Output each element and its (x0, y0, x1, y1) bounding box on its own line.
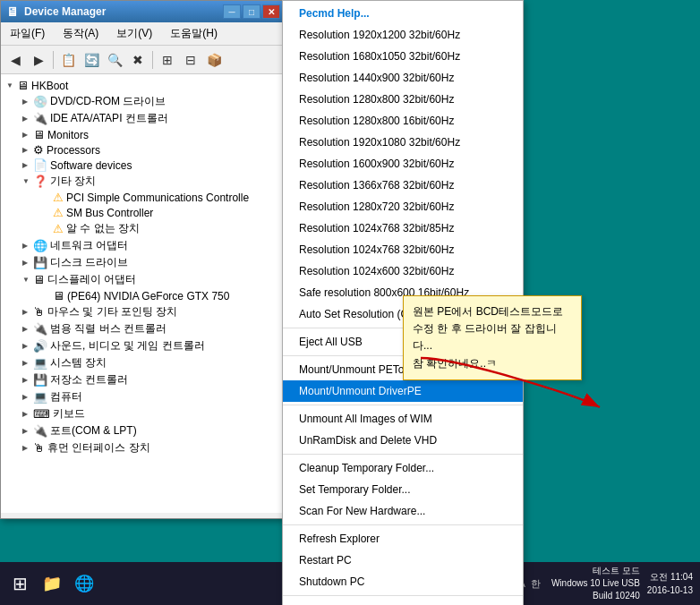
ctx-res-1024x600[interactable]: Resolution 1024x600 32bit/60Hz (283, 260, 523, 282)
menu-help[interactable]: 도움말(H) (165, 24, 223, 43)
toolbar-extra3[interactable]: 📦 (203, 49, 225, 71)
tree-item-other-devices[interactable]: ▼ ❓ 기타 장치 (19, 173, 282, 190)
taskbar-explorer[interactable]: 📁 (37, 572, 67, 595)
toolbar-remove[interactable]: ✖ (127, 49, 149, 71)
tree-item-software-devices[interactable]: ▶ 📄 Software devices (19, 158, 282, 173)
start-button[interactable]: ⊞ (7, 573, 33, 594)
tree-item-smbus[interactable]: ⚠ SM Bus Controller (40, 205, 282, 220)
os-label: Windows 10 Live USB (551, 577, 640, 590)
tree-item-network[interactable]: ▶ 🌐 네트워크 어댑터 (19, 237, 282, 254)
device-manager-window: 🖥 Device Manager ─ □ ✕ 파일(F) 동작(A) 보기(V)… (0, 0, 286, 519)
tree-item-pci[interactable]: ⚠ PCI Simple Communications Controlle (40, 190, 282, 205)
ctx-set-temp[interactable]: Set Temporary Folder... (283, 479, 523, 500)
tree-icon-root: 🖥 (17, 79, 29, 92)
tree-arrow-root: ▼ (6, 81, 17, 89)
ctx-refresh-explorer[interactable]: Refresh Explorer (283, 528, 523, 550)
tree-item-display[interactable]: ▼ 🖥 디스플레이 어댑터 (19, 271, 282, 288)
toolbar-separator-2 (152, 51, 153, 69)
toolbar-update[interactable]: 🔄 (81, 49, 102, 71)
menu-action[interactable]: 동작(A) (57, 24, 104, 43)
ctx-res-1600x900[interactable]: Resolution 1600x900 32bit/60Hz (283, 153, 523, 175)
menu-file[interactable]: 파일(F) (4, 24, 50, 43)
ctx-res-1920x1200[interactable]: Resolution 1920x1200 32bit/60Hz (283, 24, 523, 46)
taskbar-datetime[interactable]: 오전 11:04 2016-10-13 (647, 570, 693, 597)
tree-item-keyboard[interactable]: ▶ ⌨ 키보드 (19, 405, 282, 422)
minimize-button[interactable]: ─ (223, 4, 241, 19)
test-mode-label: 테스트 모드 Windows 10 Live USB Build 10240 (551, 565, 644, 602)
ctx-sep-3 (283, 405, 523, 405)
tree-item-processors[interactable]: ▶ ⚙ Processors (19, 142, 282, 158)
toolbar-properties[interactable]: 📋 (57, 49, 79, 71)
ctx-res-1024x768-85[interactable]: Resolution 1024x768 32bit/85Hz (283, 217, 523, 239)
ctx-pecmd-help[interactable]: Pecmd Help... (283, 3, 523, 24)
tree-item-storage[interactable]: ▶ 💾 저장소 컨트롤러 (19, 371, 282, 388)
ctx-unmount-wim[interactable]: Unmount All Images of WIM (283, 408, 523, 430)
ctx-restart[interactable]: Restart PC (283, 550, 523, 571)
tree-root[interactable]: ▼ 🖥 HKBoot (4, 78, 282, 93)
build-label: Build 10240 (551, 590, 640, 602)
maximize-button[interactable]: □ (243, 4, 260, 19)
ctx-mount-driverpe[interactable]: Mount/Unmount DriverPE (283, 380, 523, 402)
test-mode-line1: 테스트 모드 (551, 565, 640, 577)
tree-item-unknown[interactable]: ⚠ 알 수 없는 장치 (40, 220, 282, 237)
tree-item-mouse[interactable]: ▶ 🖱 마우스 및 기타 포인팅 장치 (19, 303, 282, 320)
toolbar-separator-1 (53, 51, 54, 69)
ctx-sep-4 (283, 454, 523, 455)
taskbar-pinned: 📁 🌐 (37, 572, 99, 595)
taskbar-browser[interactable]: 🌐 (69, 572, 99, 595)
ctx-sep-6 (283, 595, 523, 596)
ctx-scan-hardware[interactable]: Scan For New Hardware... (283, 500, 523, 522)
tree-item-dvd[interactable]: ▶ 💿 DVD/CD-ROM 드라이브 (19, 93, 282, 110)
menubar: 파일(F) 동작(A) 보기(V) 도움말(H) (1, 22, 286, 46)
ctx-res-1680x1050[interactable]: Resolution 1680x1050 32bit/60Hz (283, 46, 523, 67)
window-title: Device Manager (24, 5, 223, 18)
tree-item-monitors[interactable]: ▶ 🖥 Monitors (19, 127, 282, 142)
tooltip-bubble: 원본 PE에서 BCD테스트모드로수정 한 후 드라이버 잘 잡힙니다...참 … (403, 295, 582, 380)
ctx-sep-5 (283, 524, 523, 525)
toolbar-scan[interactable]: 🔍 (104, 49, 125, 71)
ctx-shutdown[interactable]: Shutdown PC (283, 571, 523, 592)
ctx-show-tray[interactable]: Show/Hide Tray Icon (Ctrl+Alt+M) (283, 599, 523, 605)
tree-item-nvidia[interactable]: 🖥 (PE64) NVIDIA GeForce GTX 750 (40, 288, 282, 303)
ctx-cleanup[interactable]: Cleanup Temporary Folder... (283, 457, 523, 479)
tree-other-children: ⚠ PCI Simple Communications Controlle ⚠ … (19, 190, 282, 237)
window-controls: ─ □ ✕ (223, 4, 280, 19)
tree-item-ports[interactable]: ▶ 🔌 포트(COM & LPT) (19, 422, 282, 439)
ctx-res-1440x900[interactable]: Resolution 1440x900 32bit/60Hz (283, 67, 523, 89)
menu-view[interactable]: 보기(V) (111, 24, 158, 43)
ctx-res-1280x720[interactable]: Resolution 1280x720 32bit/60Hz (283, 196, 523, 217)
tree-children: ▶ 💿 DVD/CD-ROM 드라이브 ▶ 🔌 IDE ATA/ATAPI 컨트… (4, 93, 282, 456)
ctx-res-1024x768-60[interactable]: Resolution 1024x768 32bit/60Hz (283, 239, 523, 260)
tooltip-text: 원본 PE에서 BCD테스트모드로수정 한 후 드라이버 잘 잡힙니다...참 … (413, 305, 563, 370)
tree-item-usb[interactable]: ▶ 🔌 범용 직렬 버스 컨트롤러 (19, 320, 282, 337)
taskbar-time: 오전 11:04 (647, 570, 693, 584)
tree-item-disk[interactable]: ▶ 💾 디스크 드라이브 (19, 254, 282, 271)
window-icon: 🖥 (6, 4, 19, 19)
toolbar: ◀ ▶ 📋 🔄 🔍 ✖ ⊞ ⊟ 📦 (1, 46, 286, 74)
taskbar-date: 2016-10-13 (647, 584, 693, 597)
tree-item-hid[interactable]: ▶ 🖱 휴먼 인터페이스 장치 (19, 439, 282, 456)
toolbar-extra2[interactable]: ⊟ (180, 49, 201, 71)
tree-label-root: HKBoot (31, 80, 68, 92)
tree-display-children: 🖥 (PE64) NVIDIA GeForce GTX 750 (19, 288, 282, 303)
software-devices-label: Software devices (50, 159, 132, 172)
window-titlebar: 🖥 Device Manager ─ □ ✕ (1, 1, 286, 22)
tree-item-system[interactable]: ▶ 💻 시스템 장치 (19, 354, 282, 371)
ctx-res-1280x800-32[interactable]: Resolution 1280x800 32bit/60Hz (283, 89, 523, 110)
close-button[interactable]: ✕ (262, 4, 280, 19)
ctx-unramdisk[interactable]: UnRamDisk and Delete VHD (283, 430, 523, 451)
toolbar-forward[interactable]: ▶ (28, 49, 49, 71)
toolbar-back[interactable]: ◀ (4, 49, 26, 71)
device-tree[interactable]: ▼ 🖥 HKBoot ▶ 💿 DVD/CD-ROM 드라이브 ▶ 🔌 IDE A… (1, 74, 286, 513)
ctx-res-1920x1080[interactable]: Resolution 1920x1080 32bit/60Hz (283, 132, 523, 153)
tree-item-ide[interactable]: ▶ 🔌 IDE ATA/ATAPI 컨트롤러 (19, 110, 282, 127)
toolbar-extra1[interactable]: ⊞ (157, 49, 178, 71)
ctx-res-1366x768[interactable]: Resolution 1366x768 32bit/60Hz (283, 175, 523, 196)
tree-item-sound[interactable]: ▶ 🔊 사운드, 비디오 및 게임 컨트롤러 (19, 337, 282, 354)
tree-item-computer[interactable]: ▶ 💻 컴퓨터 (19, 388, 282, 405)
ctx-res-1280x800-16[interactable]: Resolution 1280x800 16bit/60Hz (283, 110, 523, 132)
tray-icon-ime-ko[interactable]: 한 (531, 577, 541, 591)
